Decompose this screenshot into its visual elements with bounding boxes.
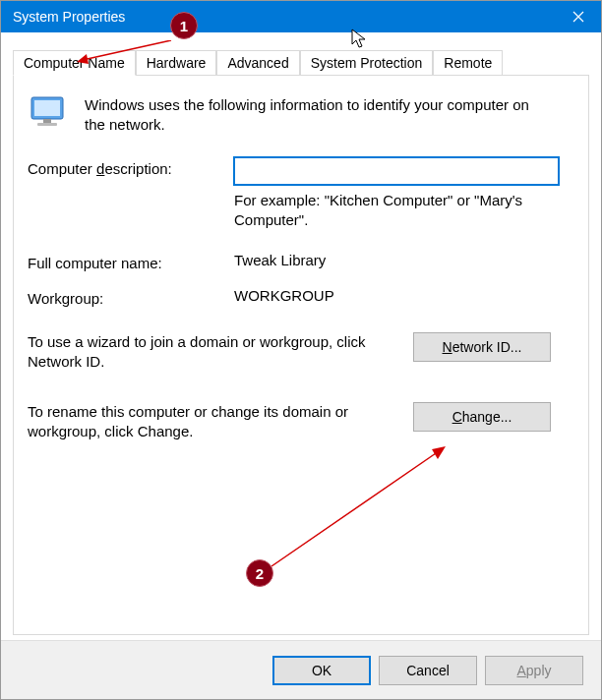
annotation-badge-2: 2 [246, 559, 273, 587]
rename-text: To rename this computer or change its do… [28, 402, 401, 442]
tab-hardware[interactable]: Hardware [136, 50, 217, 76]
row-description: Computer description: [28, 157, 574, 185]
row-workgroup: Workgroup: WORKGROUP [28, 287, 574, 307]
close-button[interactable] [556, 1, 601, 32]
intro-row: Windows uses the following information t… [28, 95, 574, 136]
annotation-badge-1: 1 [170, 12, 198, 39]
description-label: Computer description: [28, 157, 234, 177]
tab-remote[interactable]: Remote [433, 50, 503, 76]
row-rename: To rename this computer or change its do… [28, 402, 574, 442]
tab-strip: Computer Name Hardware Advanced System P… [13, 50, 589, 76]
tab-computer-name[interactable]: Computer Name [13, 50, 136, 76]
svg-rect-5 [37, 123, 57, 126]
apply-button[interactable]: Apply [485, 656, 583, 685]
fullname-label: Full computer name: [28, 252, 234, 271]
network-id-button[interactable]: Network ID... [413, 332, 551, 362]
fullname-value: Tweak Library [234, 252, 574, 268]
workgroup-value: WORKGROUP [234, 287, 574, 304]
tab-system-protection[interactable]: System Protection [300, 50, 434, 76]
description-example: For example: "Kitchen Computer" or "Mary… [234, 191, 569, 231]
workgroup-label: Workgroup: [28, 287, 234, 307]
monitor-icon [28, 95, 71, 135]
window-title: System Properties [13, 9, 556, 25]
ok-button[interactable]: OK [272, 656, 371, 685]
intro-text: Windows uses the following information t… [85, 95, 537, 136]
row-wizard: To use a wizard to join a domain or work… [28, 332, 574, 373]
tab-advanced[interactable]: Advanced [216, 50, 299, 76]
footer-buttons: OK Cancel Apply [1, 640, 601, 699]
content-area: Computer Name Hardware Advanced System P… [1, 32, 601, 640]
wizard-text: To use a wizard to join a domain or work… [28, 332, 401, 373]
cancel-button[interactable]: Cancel [379, 656, 477, 685]
svg-rect-4 [43, 119, 51, 123]
close-icon [572, 11, 584, 23]
change-button[interactable]: Change... [413, 402, 551, 432]
svg-rect-3 [34, 100, 60, 116]
titlebar[interactable]: System Properties [1, 1, 601, 32]
description-input[interactable] [234, 157, 559, 185]
tab-panel-computer-name: Windows uses the following information t… [13, 75, 589, 635]
row-fullname: Full computer name: Tweak Library [28, 252, 574, 271]
